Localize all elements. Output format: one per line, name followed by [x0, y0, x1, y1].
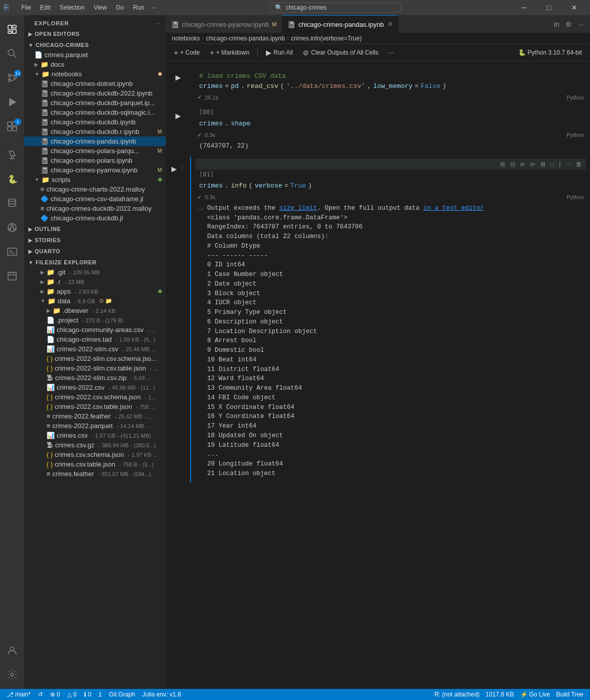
file-crimes-2022-slim[interactable]: 📊 crimes-2022-slim.csv - 25.48 MB ... — [24, 344, 166, 354]
tab-more-icon[interactable]: ··· — [576, 19, 586, 29]
file-nb-polars[interactable]: 📓 chicago-crimes-polars.ipynb — [24, 156, 166, 165]
file-crimes-2022-table[interactable]: { } crimes-2022.csv.table.json - 758 ... — [24, 402, 166, 411]
network-icon[interactable] — [0, 215, 24, 240]
file-nb-dotnet[interactable]: 📓 chicago-crimes-dotnet.ipynb — [24, 79, 166, 88]
account-icon[interactable] — [0, 638, 24, 663]
open-editors-header[interactable]: ▶ OPEN EDITORS — [24, 29, 166, 39]
file-crimes-csv[interactable]: 📊 crimes.csv - 1.67 GB - (411.21 MB) — [24, 431, 166, 440]
menu-more[interactable]: ··· — [149, 3, 158, 12]
sidebar-more-icon[interactable]: ··· — [154, 19, 160, 27]
stories-header[interactable]: ▶ STORIES — [24, 235, 166, 245]
maximize-button[interactable]: □ — [537, 0, 561, 15]
toolbar-more-icon[interactable]: ··· — [564, 160, 573, 169]
database-icon[interactable] — [0, 191, 24, 215]
folder-r[interactable]: ▶ 📁 .r - 23 MB — [24, 277, 166, 287]
menu-file[interactable]: File — [17, 3, 35, 12]
add-code-button[interactable]: + + Code — [170, 47, 204, 58]
folder-data[interactable]: ▼ 📁 data - 6.9 GB ⊙ 📁 — [24, 296, 166, 306]
folder-dbeaver[interactable]: ▶ 📁 .dbeaver - 2.14 KB — [24, 306, 166, 315]
project-header[interactable]: ▼ CHICAGO-CRIMES — [24, 40, 166, 50]
settings-icon[interactable] — [0, 663, 24, 687]
tab-close-button[interactable]: × — [388, 20, 392, 28]
explorer-icon[interactable] — [0, 17, 24, 41]
file-nb-duckdb-parquet[interactable]: 📓 chicago-crimes-duckdb-parquet.ip... — [24, 98, 166, 108]
breadcrumb-file[interactable]: chicago-crimes-pandas.ipynb — [206, 35, 285, 42]
tab-pandas[interactable]: 📓 chicago-crimes-pandas.ipynb × — [282, 15, 398, 33]
toolbar-move-down-icon[interactable]: ⊟ — [508, 160, 517, 169]
cell-81-run-button[interactable]: ▶ — [171, 165, 177, 173]
menu-selection[interactable]: Selection — [56, 3, 88, 12]
file-crimes-csv-gz[interactable]: 🗜 crimes.csv.gz - 388.94 MB - (380.5...) — [24, 440, 166, 450]
toolbar-format-icon[interactable]: □ — [549, 160, 556, 169]
go-live-item[interactable]: ⚡ Go Live — [518, 689, 553, 700]
filesize-header[interactable]: ▼ FILESIZE EXPLORER — [24, 257, 166, 267]
tab-pyarrow[interactable]: 📓 chicago-crimes-pyarrow.ipynb M — [166, 15, 282, 33]
file-crimes-2022-slim-schema[interactable]: { } crimes-2022-slim.csv.schema.jso... — [24, 354, 166, 363]
breadcrumb-function[interactable]: crimes.info(verbose=True) — [291, 35, 361, 42]
file-jl-csv[interactable]: 🔷 chicago-crimes-csv-dataframe.jl — [24, 194, 166, 204]
file-crimes-2022-slim-table[interactable]: { } crimes-2022-slim.csv.table.json - ..… — [24, 363, 166, 373]
size-limit-link[interactable]: size limit — [279, 205, 317, 212]
folder-notebooks[interactable]: ▼ 📁 notebooks — [24, 69, 166, 79]
cell-81-code[interactable]: crimes . info ( verbose = True ) — [195, 179, 586, 193]
clear-outputs-button[interactable]: ⊘ Clear Outputs of All Cells — [299, 47, 382, 58]
breadcrumb-notebooks[interactable]: notebooks — [172, 35, 200, 42]
sync-item[interactable]: ↺ — [35, 689, 46, 700]
quarto-header[interactable]: ▶ QUARTO — [24, 246, 166, 256]
file-nb-pandas[interactable]: 📓 chicago-crimes-pandas.ipynb — [24, 136, 166, 146]
terminal-icon[interactable] — [0, 240, 24, 264]
menu-go[interactable]: Go — [112, 3, 128, 12]
toolbar-run-above-icon[interactable]: ⊳ — [518, 160, 527, 169]
folder-git[interactable]: ▶ 📁 .git - 109.95 MB — [24, 267, 166, 277]
cell-80-code[interactable]: crimes . shape — [195, 117, 586, 131]
outline-header[interactable]: ▶ OUTLINE — [24, 224, 166, 234]
file-crimes-tad[interactable]: 📄 chicago-crimes.tad - 1.69 KB - (5...) — [24, 335, 166, 344]
git-graph-item[interactable]: Git Graph — [106, 689, 138, 700]
file-crimes-2022-feather[interactable]: ≡ crimes-2022.feather - 25.42 MB - ... — [24, 411, 166, 421]
close-button[interactable]: ✕ — [563, 0, 586, 15]
cell-79-code[interactable]: # load crimes CSV data crimes = pd . rea… — [195, 69, 586, 93]
not-attached-item[interactable]: R: (not attached) — [432, 689, 482, 700]
tab-settings-icon[interactable]: ⚙ — [563, 19, 574, 29]
info-item[interactable]: ℹ 0 — [81, 689, 94, 700]
file-malloy-charts[interactable]: ≡ chicago-crime-charts-2022.malloy — [24, 184, 166, 194]
folder-scripts[interactable]: ▼ 📁 scripts — [24, 175, 166, 184]
menu-run[interactable]: Run — [129, 3, 148, 12]
file-crimes-csv-schema[interactable]: { } crimes.csv.schema.json - 1.97 KB ... — [24, 450, 166, 459]
toolbar-move-up-icon[interactable]: ⊞ — [498, 160, 507, 169]
file-crimes-feather[interactable]: ≡ crimes.feather - 951.07 MB - (594...) — [24, 469, 166, 479]
file-nb-duckdb-2022[interactable]: 📓 chicago-crimes-duckdb-2022.ipynb — [24, 88, 166, 98]
file-malloy-duckdb[interactable]: ≡ chicago-crimes-duckdb-2022.malloy — [24, 204, 166, 213]
file-project[interactable]: 📄 .project - 270 B - (179 B) — [24, 315, 166, 325]
file-community-areas[interactable]: 📊 chicago-community-areas.csv - ... — [24, 325, 166, 335]
file-crimes-2022-parquet[interactable]: ≡ crimes-2022.parquet - 14.14 MB - ... — [24, 421, 166, 431]
kernel-button[interactable]: 🐍 Python 3.10.7 64-bit — [514, 48, 586, 58]
file-jl-duckdb[interactable]: 🔷 chicago-crimes-duckdb.jl — [24, 213, 166, 223]
cell-79-run-button[interactable]: ▶ — [175, 73, 181, 81]
run-all-button[interactable]: ▶ Run All — [262, 47, 297, 58]
menu-view[interactable]: View — [89, 3, 111, 12]
toolbar-delete-icon[interactable]: 🗑 — [574, 160, 584, 169]
output-dots-button[interactable]: ··· — [195, 204, 205, 214]
toolbar-run-below-icon[interactable]: ⊳ — [528, 160, 537, 169]
file-nb-pyarrow[interactable]: 📓 chicago-crimes-pyarrow.ipynb M — [24, 165, 166, 175]
more-actions-button[interactable]: ··· — [385, 48, 398, 58]
cell-80-run-button[interactable]: ▶ — [175, 112, 181, 120]
file-nb-duckdb[interactable]: 📓 chicago-crimes-duckdb.ipynb — [24, 117, 166, 127]
text-editor-link[interactable]: in a text editor — [423, 205, 484, 212]
file-nb-duckdb-r[interactable]: 📓 chicago-crimes-duckdb.r.ipynb M — [24, 127, 166, 136]
file-crimes-2022-schema[interactable]: { } crimes-2022.csv.schema.json - 1... — [24, 392, 166, 402]
warnings-item[interactable]: △ 0 — [65, 689, 79, 700]
menu-edit[interactable]: Edit — [36, 3, 55, 12]
indicator-item[interactable]: 1 — [96, 689, 105, 700]
julia-env-item[interactable]: Julia env: v1.8 — [140, 689, 184, 700]
git-branch-item[interactable]: ⎇ main* — [4, 689, 33, 700]
test-icon[interactable] — [0, 143, 24, 167]
file-crimes-parquet[interactable]: 📄 crimes.parquet — [24, 50, 166, 60]
extensions-icon[interactable]: 1 — [0, 114, 24, 138]
tab-split-icon[interactable]: in — [552, 19, 561, 29]
toolbar-merge-icon[interactable]: | — [557, 160, 563, 169]
file-nb-duckdb-sqlmagic[interactable]: 📓 chicago-crimes-duckdb-sqlmagic.i... — [24, 108, 166, 117]
folder-docs[interactable]: ▶ 📁 docs — [24, 60, 166, 69]
build-tree-item[interactable]: Build Tree — [554, 689, 586, 700]
